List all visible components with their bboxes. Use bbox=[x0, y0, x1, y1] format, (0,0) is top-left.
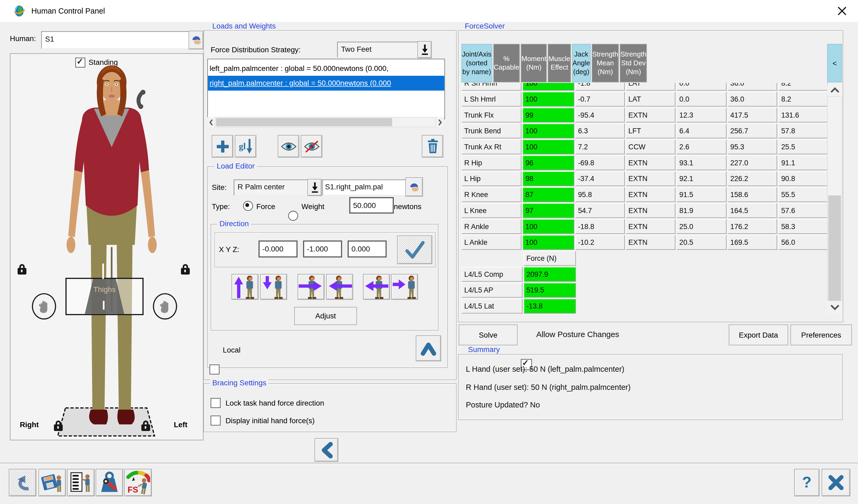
moment-cell: -37.4 bbox=[575, 171, 624, 186]
collapse-up-button[interactable] bbox=[416, 336, 441, 361]
apply-gravity-load-button[interactable]: gl bbox=[235, 135, 256, 157]
forcesolver-column-header[interactable]: Joint/Axis (sorted by name) bbox=[462, 44, 492, 82]
l4l5-row[interactable]: L4/L5 AP 519.5 bbox=[462, 283, 828, 297]
joint-row[interactable]: L Hip 98 -37.4 EXTN 92.1 226.2 90.8 bbox=[462, 171, 828, 186]
save-posture-button[interactable] bbox=[38, 469, 66, 496]
adjust-button[interactable]: Adjust bbox=[294, 307, 357, 325]
solve-button[interactable]: Solve bbox=[459, 325, 518, 345]
joint-name-cell: R Hip bbox=[462, 156, 522, 170]
l4l5-row[interactable]: L4/L5 Comp 2097.9 bbox=[462, 267, 828, 282]
joint-row[interactable]: Trunk Flx 99 -95.4 EXTN 12.3 417.5 131.6 bbox=[462, 108, 828, 123]
joint-row[interactable]: R Knee 87 95.8 EXTN 91.5 158.6 55.5 bbox=[462, 187, 828, 202]
forcesolver-column-header[interactable]: Strength Std Dev (Nm) bbox=[620, 44, 647, 82]
window-close-icon[interactable] bbox=[837, 6, 847, 16]
joint-row[interactable]: R Sh Hmrl 100 -1.8 LAT 0.0 36.0 8.2 bbox=[462, 83, 828, 91]
right-side-label: Right bbox=[20, 421, 39, 429]
right-wrist-lock-icon[interactable] bbox=[181, 268, 190, 275]
bracing-option-checkbox[interactable] bbox=[211, 416, 221, 426]
direction-z-input[interactable]: 0.000 bbox=[348, 241, 386, 258]
site-dropdown-button[interactable] bbox=[307, 179, 322, 196]
app-icon bbox=[13, 4, 26, 17]
joint-row[interactable]: L Ankle 100 -10.2 EXTN 20.5 169.5 56.0 bbox=[462, 235, 828, 250]
percent-capable-cell: 100 bbox=[523, 92, 574, 107]
l4l5-row[interactable]: L4/L5 Lat -13.8 bbox=[462, 299, 828, 314]
weight-radio[interactable] bbox=[288, 211, 298, 221]
table-vscrollbar-thumb[interactable] bbox=[828, 195, 841, 301]
load-list-scroll-right-button[interactable] bbox=[436, 117, 444, 128]
force-right-button[interactable] bbox=[298, 274, 324, 300]
load-list-scroll-left-button[interactable] bbox=[207, 117, 215, 128]
force-distribution-select[interactable]: Two Feet bbox=[337, 42, 420, 58]
direction-y-input[interactable]: -1.000 bbox=[303, 241, 342, 258]
local-checkbox[interactable] bbox=[209, 364, 219, 374]
forcesolver-button[interactable]: FS bbox=[124, 469, 152, 496]
table-scroll-down-button[interactable] bbox=[827, 301, 842, 314]
posture-report-button[interactable] bbox=[67, 469, 95, 496]
force-distribution-dropdown-button[interactable] bbox=[417, 41, 432, 58]
human-pick-button[interactable] bbox=[189, 31, 204, 49]
joint-row[interactable]: R Ankle 100 -18.8 EXTN 25.0 176.2 58.3 bbox=[462, 219, 828, 234]
force-forward-button[interactable] bbox=[391, 274, 418, 300]
add-load-button[interactable] bbox=[212, 135, 233, 157]
collapse-left-button[interactable] bbox=[315, 438, 338, 462]
site-pick-button[interactable] bbox=[405, 177, 423, 197]
export-data-button[interactable]: Export Data bbox=[729, 325, 788, 345]
joint-name-cell: Trunk Bend bbox=[462, 124, 522, 139]
human-select[interactable]: S1 bbox=[41, 31, 190, 49]
anthropometry-button[interactable] bbox=[96, 469, 123, 496]
close-panel-button[interactable] bbox=[822, 469, 850, 496]
forcesolver-column-header[interactable]: Jack Angle (deg) bbox=[572, 44, 591, 82]
human-figure[interactable] bbox=[11, 54, 203, 440]
percent-capable-cell: 100 bbox=[523, 83, 574, 91]
human-figure-panel[interactable]: Standing bbox=[10, 53, 204, 440]
forcesolver-column-header[interactable]: Moment (Nm) bbox=[521, 44, 547, 82]
help-button[interactable]: ? bbox=[794, 469, 820, 496]
direction-x-input[interactable]: -0.000 bbox=[258, 241, 298, 258]
forcesolver-column-header[interactable]: % Capable bbox=[493, 44, 520, 82]
left-foot-lock-icon[interactable] bbox=[141, 424, 150, 431]
undo-button[interactable] bbox=[9, 469, 36, 496]
joint-row[interactable]: Trunk Ax Rt 100 7.2 CCW 2.6 95.3 25.5 bbox=[462, 140, 828, 155]
show-load-button[interactable] bbox=[278, 135, 299, 157]
forcesolver-collapse-button[interactable]: < bbox=[827, 44, 842, 82]
direction-label: Direction bbox=[217, 220, 251, 228]
bracing-option-checkbox[interactable] bbox=[211, 398, 221, 408]
site-select[interactable]: R Palm center bbox=[234, 179, 310, 195]
magnitude-input[interactable]: 50.000 bbox=[349, 197, 394, 214]
force-down-button[interactable] bbox=[260, 274, 287, 300]
right-hand-target[interactable] bbox=[32, 293, 56, 320]
force-radio[interactable] bbox=[243, 201, 253, 211]
joint-row[interactable]: L Knee 97 54.7 EXTN 81.9 164.5 57.6 bbox=[462, 203, 828, 218]
site-object-field[interactable]: S1.right_palm.pal bbox=[322, 179, 407, 195]
forcesolver-column-header[interactable]: Muscle Effect bbox=[548, 44, 571, 82]
delete-load-button[interactable] bbox=[422, 135, 443, 157]
apply-direction-button[interactable] bbox=[397, 235, 432, 264]
force-direction-line bbox=[102, 263, 104, 279]
scroll-left-icon bbox=[209, 119, 213, 126]
hide-load-button[interactable] bbox=[301, 135, 322, 157]
load-list-item[interactable]: right_palm.palmcenter : global = 50.000n… bbox=[208, 76, 444, 91]
forcesolver-column-header[interactable]: Strength Mean (Nm) bbox=[592, 44, 619, 82]
thighs-label: Thighs bbox=[66, 286, 142, 294]
thighs-selection-box[interactable]: Thighs bbox=[65, 278, 144, 315]
left-hand-target[interactable] bbox=[153, 293, 177, 320]
phone-handset-icon[interactable] bbox=[131, 89, 148, 111]
load-list-hscrollbar-thumb[interactable] bbox=[216, 118, 392, 126]
joint-row[interactable]: L Sh Hmrl 100 -0.7 LAT 0.0 36.0 8.2 bbox=[462, 92, 828, 107]
preferences-button[interactable]: Preferences bbox=[790, 325, 852, 345]
joint-row[interactable]: R Hip 96 -69.8 EXTN 93.1 227.0 91.1 bbox=[462, 156, 828, 170]
site-label: Site: bbox=[212, 183, 227, 192]
moment-cell: -69.8 bbox=[575, 156, 624, 170]
left-wrist-lock-icon[interactable] bbox=[18, 268, 27, 275]
scroll-down-icon bbox=[830, 305, 839, 310]
force-left-button[interactable] bbox=[326, 274, 353, 300]
load-list[interactable]: left_palm.palmcenter : global = 50.000ne… bbox=[207, 59, 445, 119]
right-foot-lock-icon[interactable] bbox=[54, 424, 63, 431]
bracing-option-row: Lock task hand force direction bbox=[211, 394, 453, 412]
load-list-item[interactable]: left_palm.palmcenter : global = 50.000ne… bbox=[208, 61, 444, 76]
joint-row[interactable]: Trunk Bend 100 6.3 LFT 6.4 256.7 57.8 bbox=[462, 124, 828, 139]
forcesolver-table-body[interactable]: R Sh Hmrl 100 -1.8 LAT 0.0 36.0 8.2 L Sh… bbox=[462, 83, 828, 314]
force-up-button[interactable] bbox=[232, 274, 258, 300]
table-scroll-up-button[interactable] bbox=[827, 84, 842, 96]
force-backward-button[interactable] bbox=[363, 274, 390, 300]
